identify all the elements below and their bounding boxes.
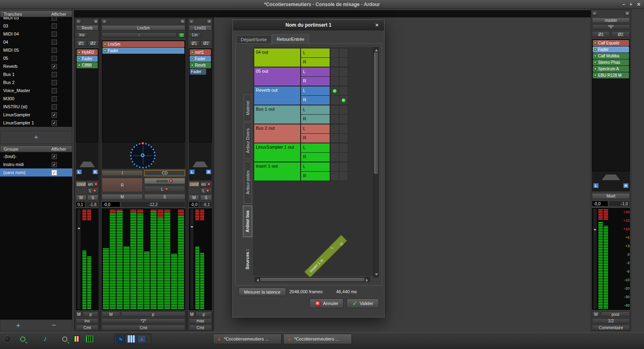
level-meter[interactable] [102, 208, 185, 310]
app-launcher-search[interactable] [18, 334, 27, 344]
disk-button[interactable]: CD [144, 170, 185, 176]
matrix-cell[interactable] [339, 57, 348, 67]
strip-hide-icon[interactable]: ✕ [625, 11, 630, 16]
processor[interactable]: Calf Multiba [593, 53, 629, 59]
cancel-button[interactable]: ✕ Annuler [309, 299, 343, 308]
strip-input-button[interactable]: Lin [189, 32, 201, 38]
strip-input-button[interactable]: ins [76, 32, 88, 38]
strip-visible-checkbox[interactable] [52, 40, 57, 45]
phase-2-button[interactable]: Ø2 [88, 40, 98, 46]
strip-visible-checkbox[interactable] [52, 23, 57, 29]
strip-visible-checkbox[interactable]: ✓ [52, 112, 57, 118]
comments-button[interactable]: Cmt [189, 325, 212, 330]
strip-visible-checkbox[interactable] [52, 104, 57, 109]
processor[interactable]: Fader [77, 56, 98, 62]
monitor-input-button[interactable]: entrée [144, 178, 185, 184]
matrix-cell[interactable] [330, 57, 339, 67]
vertical-scrollbar[interactable] [373, 47, 378, 278]
processor-led[interactable] [78, 51, 81, 54]
processor[interactable]: EBU R128 M [593, 72, 629, 78]
matrix-cell[interactable] [339, 48, 348, 58]
processor[interactable]: Spectrum A [593, 66, 629, 72]
output-button[interactable]: 1/2 [592, 318, 630, 324]
matrix-cell-connected[interactable] [330, 86, 339, 96]
strip-list-item[interactable]: 03 [0, 22, 72, 30]
processor[interactable]: Revrb [190, 62, 211, 68]
scroll-up-arrow[interactable] [375, 49, 378, 51]
midi-input-button[interactable]: - [102, 32, 177, 38]
meter-mode-button[interactable]: M [189, 311, 195, 317]
matrix-cell[interactable] [330, 48, 339, 58]
pan-right-handle[interactable]: R [92, 169, 98, 174]
processor-led[interactable] [594, 74, 597, 77]
processor-led[interactable] [594, 55, 597, 57]
strip-list-item[interactable]: Voice_Master [0, 86, 72, 95]
pan-right-handle[interactable]: R [206, 169, 211, 174]
strip-shrink-icon[interactable]: « [76, 19, 81, 24]
meter-point-button[interactable]: p [83, 311, 98, 317]
peak-display[interactable]: -12,2 [121, 202, 185, 207]
processor[interactable]: Fader [102, 48, 184, 54]
connection-dot[interactable] [332, 89, 337, 93]
solo-button[interactable]: S [87, 195, 98, 200]
strip-name-button[interactable]: LnxSm [102, 25, 185, 31]
scroll-left-arrow[interactable] [257, 279, 259, 282]
matrix-cell[interactable] [330, 152, 339, 162]
minimize-icon[interactable]: − [622, 2, 625, 7]
app-launcher-audio[interactable]: ♪ [40, 334, 50, 344]
processor[interactable]: HybR2 [77, 49, 98, 55]
processor-led[interactable] [104, 49, 107, 52]
horizontal-scroll-thumb[interactable] [260, 278, 364, 281]
processor-led[interactable] [594, 67, 597, 70]
dialog-close-icon[interactable]: ✕ [374, 22, 380, 28]
fader-handle[interactable] [594, 229, 596, 230]
processor[interactable]: nsrt1 [190, 49, 211, 55]
level-meter[interactable] [189, 208, 212, 310]
matrix-cell[interactable] [339, 114, 348, 124]
phase-1-button[interactable]: Ø1 [189, 40, 200, 46]
fader-track[interactable] [190, 210, 193, 309]
matrix-cell[interactable] [330, 76, 339, 86]
measure-latency-button[interactable]: Mesurer la latence [238, 288, 286, 296]
tab-depart-sortie[interactable]: Départ/Sortie [236, 35, 272, 43]
matrix-cell[interactable] [330, 67, 339, 77]
meter-point-button[interactable]: post [601, 311, 630, 317]
matrix-cell[interactable] [339, 76, 348, 86]
strip-hide-icon[interactable]: ✕ [180, 19, 185, 24]
gain-display[interactable]: -0,0 [102, 202, 120, 207]
processor-led[interactable] [78, 64, 81, 67]
comments-button[interactable]: Commentaire [592, 325, 630, 330]
record-arm-button[interactable]: R [102, 178, 143, 192]
add-group-button[interactable]: + [16, 322, 20, 330]
matrix-cell[interactable] [339, 171, 348, 181]
peak-display[interactable]: -1,8 [86, 202, 98, 207]
meter-mode-button[interactable]: M [102, 311, 120, 317]
matrix-cell[interactable] [330, 171, 339, 181]
group-list-item[interactable]: Instru midi✓ [0, 160, 72, 168]
processor-led[interactable] [594, 42, 597, 44]
app-launcher-knob[interactable] [2, 334, 12, 344]
comments-button[interactable]: Cmt [76, 325, 98, 330]
strip-list-item[interactable]: MIDI 05 [0, 46, 72, 54]
gain-display[interactable]: -0,0 [592, 201, 608, 206]
solo-button[interactable]: S [200, 195, 212, 200]
matrix-cell-connected[interactable] [339, 95, 348, 105]
matrix-cell[interactable] [339, 133, 348, 143]
pan-right-handle[interactable]: R [623, 183, 629, 188]
matrix-cell[interactable] [330, 105, 339, 115]
processor-led[interactable] [104, 43, 107, 46]
strip-list-item[interactable]: 04 [0, 38, 72, 46]
strip-visible-checkbox[interactable] [52, 56, 57, 61]
mute-button[interactable]: M [189, 195, 199, 200]
solo-button[interactable]: S [144, 194, 185, 200]
monitor-input-button[interactable]: en [87, 181, 98, 187]
gain-display[interactable]: -0,0 [189, 202, 199, 207]
level-meter[interactable]: +20 +15 +10 +6 +3 0 -3 -6 -10 -20 -30 -4… [592, 208, 630, 310]
output-button[interactable]: mas [189, 318, 212, 324]
fader-handle[interactable] [191, 226, 193, 227]
matrix-cell[interactable] [330, 95, 339, 105]
ok-button[interactable]: ✓ Valider [347, 299, 379, 308]
strip-visible-checkbox[interactable] [52, 72, 57, 77]
connection-dot[interactable] [341, 98, 346, 103]
columns-tray-icon[interactable] [127, 335, 136, 343]
